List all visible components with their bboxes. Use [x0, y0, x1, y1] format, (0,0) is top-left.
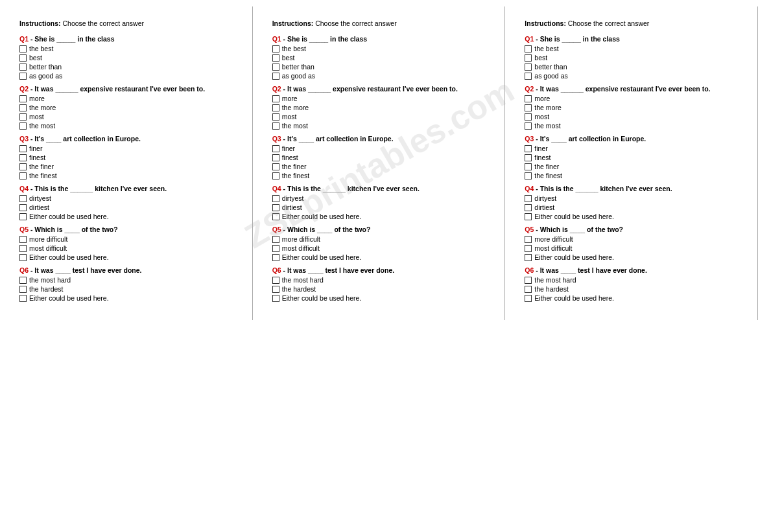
option-label-Q5-0: more difficult — [282, 235, 320, 243]
checkbox-Q1-1[interactable] — [525, 54, 532, 62]
checkbox-Q5-1[interactable] — [19, 245, 27, 252]
checkbox-Q2-2[interactable] — [19, 113, 27, 121]
checkbox-Q6-2[interactable] — [272, 295, 279, 302]
checkbox-Q3-0[interactable] — [272, 145, 279, 152]
checkbox-Q1-2[interactable] — [19, 64, 27, 71]
question-label-Q4: Q4 — [19, 185, 29, 192]
column-3: Instructions: Choose the correct answerQ… — [505, 6, 758, 320]
checkbox-Q4-1[interactable] — [272, 204, 279, 211]
question-label-Q3: Q3 — [19, 135, 29, 143]
column-1: Instructions: Choose the correct answerQ… — [0, 6, 253, 320]
option-label-Q6-2: Either could be used here. — [29, 294, 109, 302]
checkbox-Q3-1[interactable] — [525, 154, 532, 161]
option-row-Q5-0: more difficult — [272, 235, 492, 243]
option-label-Q4-1: dirtiest — [534, 203, 554, 211]
checkbox-Q1-3[interactable] — [19, 73, 27, 80]
option-label-Q6-0: the most hard — [534, 276, 576, 284]
option-label-Q2-3: the most — [282, 122, 308, 130]
checkbox-Q2-1[interactable] — [525, 104, 532, 111]
question-label-Q3: Q3 — [525, 135, 534, 143]
question-block-Q2: Q2 - It was ______ expensive restaurant … — [272, 85, 492, 130]
checkbox-Q2-1[interactable] — [272, 104, 279, 111]
checkbox-Q2-0[interactable] — [272, 95, 279, 102]
checkbox-Q2-0[interactable] — [19, 95, 27, 102]
checkbox-Q1-3[interactable] — [525, 73, 532, 80]
question-sentence-Q1: - She is _____ in the class — [281, 35, 368, 43]
checkbox-Q1-2[interactable] — [272, 64, 279, 71]
checkbox-Q3-3[interactable] — [525, 172, 532, 179]
checkbox-Q5-1[interactable] — [272, 245, 279, 252]
checkbox-Q3-3[interactable] — [19, 172, 27, 179]
checkbox-Q2-0[interactable] — [525, 95, 532, 102]
option-label-Q2-2: most — [29, 113, 44, 121]
checkbox-Q5-0[interactable] — [19, 236, 27, 243]
checkbox-Q3-2[interactable] — [525, 163, 532, 170]
column-2: Instructions: Choose the correct answerQ… — [253, 6, 506, 320]
checkbox-Q5-2[interactable] — [19, 254, 27, 261]
checkbox-Q4-1[interactable] — [525, 204, 532, 211]
checkbox-Q6-0[interactable] — [525, 277, 532, 284]
option-row-Q3-0: finer — [525, 145, 744, 152]
option-label-Q3-2: the finer — [282, 163, 307, 170]
question-sentence-Q4: - This is the ______ kitchen I've ever s… — [29, 185, 167, 192]
checkbox-Q2-3[interactable] — [19, 122, 27, 130]
question-sentence-Q5: - Which is ____ of the two? — [281, 226, 371, 233]
checkbox-Q4-2[interactable] — [272, 213, 279, 220]
checkbox-Q6-2[interactable] — [525, 295, 532, 302]
checkbox-Q4-2[interactable] — [525, 213, 532, 220]
checkbox-Q6-1[interactable] — [525, 286, 532, 293]
checkbox-Q4-1[interactable] — [19, 204, 27, 211]
checkbox-Q3-1[interactable] — [19, 154, 27, 161]
checkbox-Q6-0[interactable] — [272, 277, 279, 284]
option-label-Q4-2: Either could be used here. — [282, 213, 362, 220]
checkbox-Q2-1[interactable] — [19, 104, 27, 111]
question-sentence-Q2: - It was ______ expensive restaurant I'v… — [281, 85, 458, 93]
checkbox-Q6-2[interactable] — [19, 295, 27, 302]
checkbox-Q5-2[interactable] — [525, 254, 532, 261]
checkbox-Q3-1[interactable] — [272, 154, 279, 161]
checkbox-Q3-3[interactable] — [272, 172, 279, 179]
option-row-Q3-2: the finer — [19, 163, 239, 170]
checkbox-Q1-1[interactable] — [272, 54, 279, 62]
checkbox-Q4-2[interactable] — [19, 213, 27, 220]
option-label-Q3-2: the finer — [29, 163, 54, 170]
instructions-line: Instructions: Choose the correct answer — [272, 19, 492, 27]
checkbox-Q1-3[interactable] — [272, 73, 279, 80]
checkbox-Q3-2[interactable] — [272, 163, 279, 170]
question-text-Q1: Q1 - She is _____ in the class — [19, 35, 239, 43]
question-block-Q3: Q3 - It's ____ art collection in Europe.… — [19, 135, 239, 179]
checkbox-Q2-3[interactable] — [272, 122, 279, 130]
option-row-Q2-1: the more — [272, 104, 492, 111]
checkbox-Q1-2[interactable] — [525, 64, 532, 71]
checkbox-Q2-3[interactable] — [525, 122, 532, 130]
checkbox-Q2-2[interactable] — [525, 113, 532, 121]
checkbox-Q5-2[interactable] — [272, 254, 279, 261]
option-label-Q3-1: finest — [282, 154, 298, 161]
checkbox-Q5-1[interactable] — [525, 245, 532, 252]
checkbox-Q3-2[interactable] — [19, 163, 27, 170]
checkbox-Q5-0[interactable] — [272, 236, 279, 243]
checkbox-Q5-0[interactable] — [525, 236, 532, 243]
option-label-Q2-1: the more — [29, 104, 56, 111]
checkbox-Q1-0[interactable] — [525, 45, 532, 52]
checkbox-Q2-2[interactable] — [272, 113, 279, 121]
checkbox-Q3-0[interactable] — [19, 145, 27, 152]
option-label-Q2-3: the most — [534, 122, 560, 130]
question-label-Q3: Q3 — [272, 135, 281, 143]
checkbox-Q6-1[interactable] — [272, 286, 279, 293]
checkbox-Q1-1[interactable] — [19, 54, 27, 62]
checkbox-Q4-0[interactable] — [525, 195, 532, 202]
checkbox-Q6-0[interactable] — [19, 277, 27, 284]
question-text-Q2: Q2 - It was ______ expensive restaurant … — [272, 85, 492, 93]
checkbox-Q1-0[interactable] — [19, 45, 27, 52]
checkbox-Q6-1[interactable] — [19, 286, 27, 293]
option-row-Q4-2: Either could be used here. — [525, 213, 744, 220]
question-sentence-Q5: - Which is ____ of the two? — [534, 226, 623, 233]
checkbox-Q4-0[interactable] — [272, 195, 279, 202]
checkbox-Q4-0[interactable] — [19, 195, 27, 202]
question-text-Q2: Q2 - It was ______ expensive restaurant … — [525, 85, 744, 93]
checkbox-Q3-0[interactable] — [525, 145, 532, 152]
checkbox-Q1-0[interactable] — [272, 45, 279, 52]
option-row-Q5-1: most difficult — [272, 244, 492, 252]
option-row-Q5-2: Either could be used here. — [19, 253, 239, 261]
